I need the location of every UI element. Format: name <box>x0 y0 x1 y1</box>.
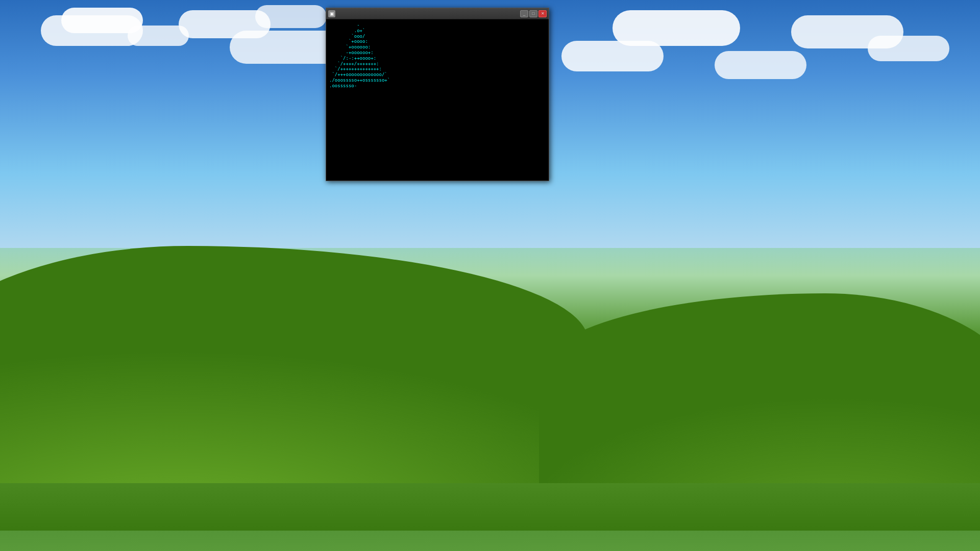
neofetch-output: - .o+` `ooo/ `+oooo: `+oooooo: -+oooooo+… <box>329 22 546 89</box>
cloud <box>230 31 342 64</box>
terminal-controls: _ □ ✕ <box>520 10 547 17</box>
terminal-body: - .o+` `ooo/ `+oooo: `+oooooo: -+oooooo+… <box>326 19 549 181</box>
hills <box>0 214 980 531</box>
cloud <box>612 10 740 46</box>
terminal-icon: ▣ <box>328 10 335 17</box>
desktop: ▣ _ □ ✕ - .o+` `ooo/ `+oooo: `+oooooo: -… <box>0 0 980 551</box>
ground <box>0 483 980 531</box>
minimize-button[interactable]: _ <box>520 10 528 17</box>
close-button[interactable]: ✕ <box>538 10 547 17</box>
cloud <box>715 51 806 79</box>
terminal-window: ▣ _ □ ✕ - .o+` `ooo/ `+oooo: `+oooooo: -… <box>326 8 549 181</box>
cloud <box>868 36 949 61</box>
arch-ascii-art: - .o+` `ooo/ `+oooo: `+oooooo: -+oooooo+… <box>329 22 390 89</box>
cloud <box>255 5 327 28</box>
maximize-button[interactable]: □ <box>529 10 537 17</box>
terminal-titlebar: ▣ _ □ ✕ <box>326 8 549 19</box>
